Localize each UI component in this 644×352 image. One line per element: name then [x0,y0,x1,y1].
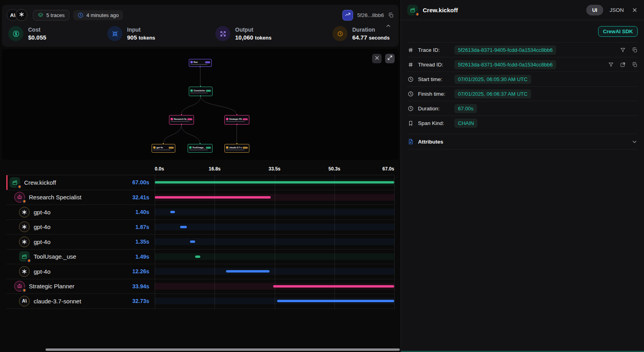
graph-controls [372,54,395,63]
external-icon[interactable] [620,62,626,68]
horizontal-scrollbar[interactable] [46,348,400,351]
span-duration-bar[interactable] [273,285,394,288]
detail-field-label: Span Kind: [418,120,450,126]
span-row-track[interactable] [155,235,394,249]
graph-node-badge [243,147,248,149]
span-row[interactable]: gpt-4o 1.35s [6,235,394,250]
span-row[interactable]: Strategic Planner 33.94s [6,279,394,294]
graph-node-badge [187,118,192,120]
span-row-track[interactable] [155,264,394,279]
graph-node-icon [190,61,193,63]
tab-ui[interactable]: UI [586,5,603,15]
detail-field-value[interactable]: 5f2613da-8371-9405-fcdd-0a1534cc8bb6 [454,60,556,69]
graph-node[interactable]: claude-3.7-sonnet [224,144,249,153]
span-duration-bar[interactable] [190,240,195,243]
detail-field: Span Kind: CHAIN [407,115,638,130]
filter-icon[interactable] [620,47,626,53]
span-row-label: gpt-4o [34,268,51,275]
trace-graph-canvas[interactable]: Run Crew.kickoff Research Speciali... St… [2,49,399,160]
crewai-sub-badge-icon [414,11,420,17]
detail-field-value[interactable]: CHAIN [454,119,477,128]
stat-value: 64.77 seconds [352,34,389,41]
detail-field: Finish time: 07/01/2025, 06:06:37 AM UTC [407,86,638,101]
openai-icon [19,221,30,232]
clock-icon [407,91,414,97]
detail-field-label: Start time: [418,76,450,82]
detail-view-tabs: UI JSON [586,5,638,15]
detail-field: Start time: 07/01/2025, 06:05:30 AM UTC [407,72,638,86]
span-row-duration: 67.00s [132,179,155,185]
stat-value: $0.055 [28,34,46,41]
span-duration-bar[interactable] [226,270,270,273]
span-row[interactable]: gpt-4o 1.40s [6,205,394,220]
tab-json[interactable]: JSON [610,7,624,13]
graph-node-label: claude-3.7-sonnet [229,146,242,149]
copy-icon[interactable] [632,47,638,53]
graph-node-handle [199,66,201,68]
axis-tick-label: 16.8s [209,166,220,172]
span-row-track[interactable] [155,220,394,235]
trace-summary-card: A\ 5 traces 4 minutes ago 5f26...8bb6 [2,5,399,47]
span-row-duration: 33.94s [132,283,155,290]
detail-field-label: Trace ID: [418,47,450,53]
clock-icon [407,106,414,112]
stat-value: 905 tokens [127,34,155,41]
span-row-track[interactable] [155,205,394,220]
crew-icon [19,251,30,262]
span-row[interactable]: Crew.kickoff 67.00s [6,175,394,190]
layers-icon [38,12,44,18]
detail-field-value[interactable]: 5f2613da-8371-9405-fcdd-0a1534cc8bb6 [454,45,556,55]
detail-field-value[interactable]: 07/01/2025, 06:06:37 AM UTC [454,89,531,98]
copy-icon[interactable] [632,62,638,68]
crewai-sub-badge-icon [26,258,32,263]
span-row-duration: 1.49s [135,254,155,260]
span-row-label: Research Specialist [29,194,82,201]
graph-node[interactable]: gpt-4o [152,144,175,153]
trace-header-row: A\ 5 traces 4 minutes ago 5f26...8bb6 [7,8,394,22]
trace-chart-chip[interactable] [342,10,353,21]
timeline-axis: 0.0s16.8s33.5s50.3s67.0s [6,164,394,175]
graph-node-icon [190,89,193,92]
close-panel-icon[interactable] [632,7,638,13]
span-row-track[interactable] [155,250,394,264]
agent-icon [14,192,25,202]
detail-field: Duration: 67.00s [407,101,638,115]
filter-icon[interactable] [608,62,614,68]
attributes-section-toggle[interactable]: Attributes [407,134,638,150]
copy-icon[interactable] [388,12,394,18]
span-duration-bar[interactable] [170,211,175,213]
span-row[interactable]: gpt-4o 1.87s [6,220,394,235]
span-row-track[interactable] [155,294,394,308]
axis-tick-label: 67.0s [382,166,394,172]
span-row[interactable]: ToolUsage._use 1.49s [6,250,394,265]
span-duration-bar[interactable] [155,181,394,184]
span-row-label: Strategic Planner [29,283,74,290]
span-row[interactable]: A\ claude-3.7-sonnet 32.73s [6,294,394,309]
crew-icon [407,5,418,15]
detail-field-value[interactable]: 07/01/2025, 06:05:30 AM UTC [454,75,531,84]
span-duration-bar[interactable] [180,226,187,228]
graph-node[interactable]: ToolUsage._use [188,144,213,153]
span-duration-bar[interactable] [155,196,271,199]
expand-graph-button[interactable] [385,54,395,63]
close-graph-button[interactable] [372,54,382,63]
span-row[interactable]: gpt-4o 12.26s [6,264,394,279]
span-duration-bar[interactable] [195,255,200,258]
crewai-sub-badge-icon [17,184,22,189]
stat-value: 10,060 tokens [235,34,272,41]
span-duration-bar[interactable] [277,300,394,302]
dollar-icon [8,26,23,41]
graph-node-handle [180,123,182,125]
graph-node-handle [199,143,201,145]
axis-tick-label: 50.3s [329,166,340,172]
span-row-track[interactable] [155,279,394,294]
span-row-track[interactable] [155,190,394,205]
chevron-up-icon[interactable] [385,23,391,29]
attributes-label: Attributes [418,139,443,145]
axis-tick-label: 33.5s [268,166,280,172]
span-row-duration: 1.35s [135,238,155,245]
span-row-track[interactable] [155,175,394,190]
arrows-out-icon [215,26,230,41]
span-row[interactable]: Research Specialist 32.41s [6,190,394,205]
detail-field-value[interactable]: 67.00s [454,104,477,113]
